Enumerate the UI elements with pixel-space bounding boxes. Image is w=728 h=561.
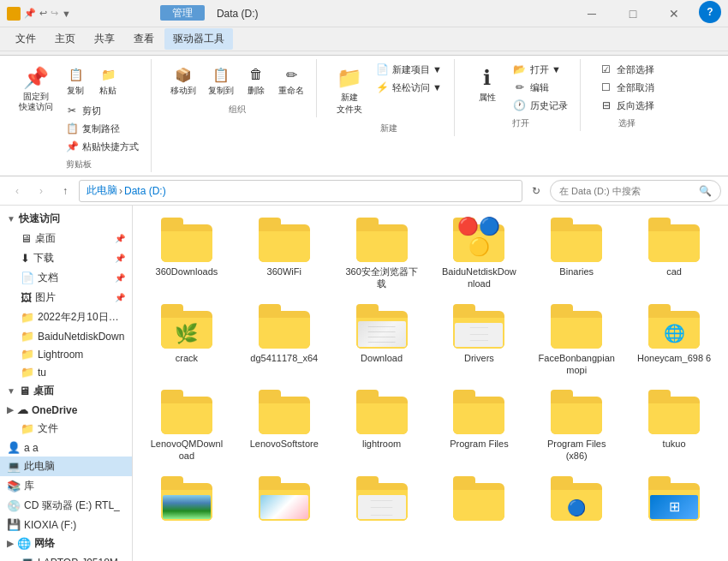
open-button[interactable]: 📂打开 ▼ xyxy=(508,61,573,78)
select-all-button[interactable]: ☑全部选择 xyxy=(594,61,659,78)
clipboard-label: 剪贴板 xyxy=(66,158,92,170)
new-item-button[interactable]: 📄新建项目 ▼ xyxy=(370,61,447,78)
folder-honeycam[interactable]: 🌐 Honeycam_698 6 xyxy=(627,299,721,382)
menu-drive-tools[interactable]: 驱动器工具 xyxy=(164,28,233,50)
copy-path-button[interactable]: 📋复制路径 xyxy=(60,120,144,137)
move-to-button[interactable]: 📦 移动到 xyxy=(165,61,201,100)
copy-to-button[interactable]: 📋 复制到 xyxy=(203,61,239,100)
menu-view[interactable]: 查看 xyxy=(125,28,163,50)
aa-label: a a xyxy=(24,442,39,454)
edit-button[interactable]: ✏编辑 xyxy=(508,79,573,96)
folder-cad[interactable]: cad xyxy=(627,212,721,295)
sidebar-item-baidu[interactable]: 📁 BaiduNetdiskDown xyxy=(0,327,132,345)
folder-baidunetdisk[interactable]: 🔴🔵🟡 BaiduNetdiskDownload xyxy=(433,212,527,295)
folder-dg5411178[interactable]: dg5411178_x64 xyxy=(237,299,331,382)
invert-selection-button[interactable]: ⊟反向选择 xyxy=(594,97,659,114)
folder-win11[interactable]: ⊞ xyxy=(627,471,721,529)
search-box[interactable]: 🔍 xyxy=(550,180,721,202)
sidebar-item-desktop1[interactable]: 🖥 桌面 📌 xyxy=(0,229,132,248)
properties-button[interactable]: ℹ 属性 xyxy=(468,61,506,114)
sidebar-item-kioxia[interactable]: 💾 KIOXIA (F:) xyxy=(0,516,132,534)
folder-crack[interactable]: 🌿 crack xyxy=(140,299,234,382)
main-layout: ▼ 快速访问 🖥 桌面 📌 ⬇ 下载 📌 📄 文档 📌 🖼 图片 📌 📁 202… xyxy=(0,206,728,561)
properties-icon: ℹ xyxy=(474,64,501,92)
forward-button[interactable]: › xyxy=(31,181,51,201)
new-folder-button[interactable]: 📁 新建文件夹 xyxy=(331,61,368,119)
search-icon: 🔍 xyxy=(699,185,712,197)
paste-icon: 📁 xyxy=(98,64,118,85)
deselect-all-button[interactable]: ☐全部取消 xyxy=(594,79,659,96)
cut-icon: ✂ xyxy=(65,104,79,117)
delete-button[interactable]: 🗑 删除 xyxy=(241,61,272,100)
easy-access-button[interactable]: ⚡轻松访问 ▼ xyxy=(370,79,447,96)
folder-tukuo[interactable]: tukuo xyxy=(627,385,721,468)
rename-button[interactable]: ✏ 重命名 xyxy=(273,61,309,100)
menu-file[interactable]: 文件 xyxy=(7,28,45,50)
sidebar-item-docs[interactable]: 📄 文档 📌 xyxy=(0,268,132,288)
sidebar-onedrive-header[interactable]: ▶ ☁ OneDrive xyxy=(0,401,132,419)
file-area[interactable]: 360Downloads 360WiFi 360安全浏览器下载 xyxy=(133,206,728,561)
folder-lenovoqm[interactable]: LenovoQMDownload xyxy=(140,385,234,468)
manage-label[interactable]: 管理 xyxy=(160,5,205,21)
address-path[interactable]: 此电脑 › Data (D:) xyxy=(79,180,522,202)
sidebar-quickaccess-header[interactable]: ▼ 快速访问 xyxy=(0,209,132,229)
sidebar-item-tu[interactable]: 📁 tu xyxy=(0,363,132,381)
history-button[interactable]: 🕐历史记录 xyxy=(508,97,573,114)
minimize-button[interactable]: ─ xyxy=(572,1,612,27)
sidebar-network-header[interactable]: ▶ 🌐 网络 xyxy=(0,534,132,553)
folder-download[interactable]: ──────────────────────────────────── Dow… xyxy=(335,299,429,382)
sidebar-item-laptop[interactable]: 💻 LAPTOP-J9518M xyxy=(0,553,132,561)
folder-360browser[interactable]: 360安全浏览器下载 xyxy=(335,212,429,295)
folder-lightroom[interactable]: lightroom xyxy=(335,385,429,468)
folder-programfiles[interactable]: Program Files xyxy=(433,385,527,468)
delete-label: 删除 xyxy=(248,85,265,97)
path-drive[interactable]: Data (D:) xyxy=(124,185,166,197)
select-items: ☑全部选择 ☐全部取消 ⊟反向选择 xyxy=(594,61,659,114)
folder-binaries[interactable]: Binaries xyxy=(529,212,624,295)
pics-label: 图片 xyxy=(35,290,56,305)
folder-facebonbang[interactable]: FaceBonbangpianmopi xyxy=(529,299,624,382)
sidebar-item-aa[interactable]: 👤 a a xyxy=(0,439,132,457)
close-button[interactable]: ✕ xyxy=(654,1,694,27)
sidebar-item-cd[interactable]: 💿 CD 驱动器 (E:) RTL_ xyxy=(0,496,132,516)
pin-to-quickaccess-button[interactable]: 📌 固定到快速访问 xyxy=(14,61,58,155)
copy-button[interactable]: 📋 复制 xyxy=(60,61,91,100)
sidebar-item-library[interactable]: 📚 库 xyxy=(0,476,132,496)
sidebar-item-pics[interactable]: 🖼 图片 📌 xyxy=(0,288,132,307)
folder-drivers[interactable]: ─────────────── Drivers xyxy=(433,299,527,382)
sidebar-item-download[interactable]: ⬇ 下载 📌 xyxy=(0,248,132,268)
maximize-button[interactable]: □ xyxy=(613,1,653,27)
search-input[interactable] xyxy=(559,186,695,196)
back-button[interactable]: ‹ xyxy=(7,181,27,201)
misc1-overlay xyxy=(163,495,211,519)
sidebar-item-thispc[interactable]: 💻 此电脑 xyxy=(0,457,132,476)
up-button[interactable]: ↑ xyxy=(55,181,75,201)
menu-share[interactable]: 共享 xyxy=(86,28,123,50)
paste-button[interactable]: 📁 粘贴 xyxy=(92,61,123,100)
folder-misc3[interactable]: ────────────────── xyxy=(335,471,429,529)
cut-button[interactable]: ✂剪切 xyxy=(60,102,144,119)
sidebar-desktop2-header[interactable]: ▼ 🖥 桌面 xyxy=(0,381,132,401)
open-small: 📂打开 ▼ ✏编辑 🕐历史记录 xyxy=(508,61,573,114)
menu-home[interactable]: 主页 xyxy=(46,28,84,50)
refresh-button[interactable]: ↻ xyxy=(526,181,546,201)
folder-name: FaceBonbangpianmopi xyxy=(538,352,615,377)
folder-misc1[interactable] xyxy=(140,471,234,529)
folder-360wifi[interactable]: 360WiFi xyxy=(237,212,331,295)
folder-icon: 🔵 xyxy=(551,476,602,521)
folder-360downloads[interactable]: 360Downloads xyxy=(140,212,234,295)
sidebar-item-2022[interactable]: 📁 2022年2月10日长沙 xyxy=(0,307,132,327)
folder-name: 360Downloads xyxy=(156,266,218,278)
folder-icon: 🌿 xyxy=(161,304,212,349)
paste-shortcut-button[interactable]: 📌粘贴快捷方式 xyxy=(60,138,144,155)
folder-misc2[interactable] xyxy=(237,471,331,529)
path-computer[interactable]: 此电脑 xyxy=(87,183,117,198)
folder-lenovosoft[interactable]: LenovoSoftstore xyxy=(237,385,331,468)
folder-misc5[interactable]: 🔵 xyxy=(529,471,624,529)
folder-misc4[interactable] xyxy=(433,471,527,529)
folder-icon xyxy=(259,390,310,434)
sidebar-item-lightroom[interactable]: 📁 Lightroom xyxy=(0,345,132,363)
folder-programfilesx86[interactable]: Program Files (x86) xyxy=(529,385,624,468)
sidebar-item-wenjian[interactable]: 📁 文件 xyxy=(0,419,132,439)
help-button[interactable]: ? xyxy=(699,1,721,23)
